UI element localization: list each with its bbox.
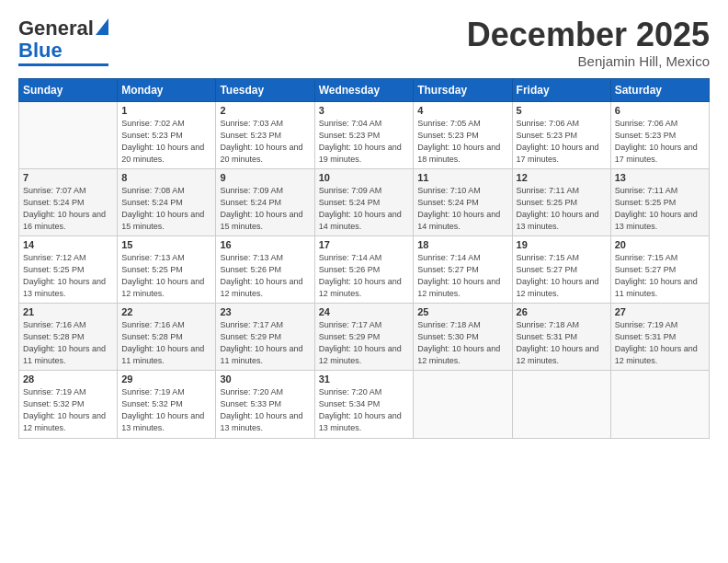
calendar-cell: 27Sunrise: 7:19 AMSunset: 5:31 PMDayligh… [610,304,709,371]
calendar-week-row: 21Sunrise: 7:16 AMSunset: 5:28 PMDayligh… [19,304,710,371]
calendar-header-row: SundayMondayTuesdayWednesdayThursdayFrid… [19,78,710,101]
day-info: Sunrise: 7:19 AMSunset: 5:31 PMDaylight:… [615,319,705,367]
calendar-header-sunday: Sunday [19,78,118,101]
day-number: 2 [220,105,310,116]
calendar: SundayMondayTuesdayWednesdayThursdayFrid… [18,78,710,439]
calendar-cell: 10Sunrise: 7:09 AMSunset: 5:24 PMDayligh… [314,168,414,236]
logo: General Blue [18,17,108,66]
day-info: Sunrise: 7:19 AMSunset: 5:32 PMDaylight:… [23,386,113,434]
day-number: 18 [417,239,507,250]
calendar-cell: 7Sunrise: 7:07 AMSunset: 5:24 PMDaylight… [19,168,118,236]
day-number: 11 [417,172,507,183]
calendar-week-row: 7Sunrise: 7:07 AMSunset: 5:24 PMDaylight… [19,168,710,236]
calendar-cell: 2Sunrise: 7:03 AMSunset: 5:23 PMDaylight… [216,101,314,168]
calendar-cell: 29Sunrise: 7:19 AMSunset: 5:32 PMDayligh… [118,371,216,438]
day-number: 10 [319,172,410,183]
calendar-week-row: 14Sunrise: 7:12 AMSunset: 5:25 PMDayligh… [19,236,710,303]
day-number: 30 [220,373,310,385]
day-info: Sunrise: 7:08 AMSunset: 5:24 PMDaylight:… [121,185,211,233]
calendar-cell [19,101,118,168]
calendar-cell [414,371,512,438]
logo-triangle-icon [96,18,108,39]
day-info: Sunrise: 7:12 AMSunset: 5:25 PMDaylight:… [23,252,113,300]
calendar-cell: 9Sunrise: 7:09 AMSunset: 5:24 PMDaylight… [216,168,314,236]
day-info: Sunrise: 7:04 AMSunset: 5:23 PMDaylight:… [319,118,410,166]
day-number: 5 [517,105,607,116]
calendar-cell: 17Sunrise: 7:14 AMSunset: 5:26 PMDayligh… [314,236,414,303]
calendar-cell: 18Sunrise: 7:14 AMSunset: 5:27 PMDayligh… [414,236,512,303]
day-number: 9 [220,172,310,183]
day-number: 25 [417,306,507,317]
day-number: 1 [121,105,211,116]
calendar-header-tuesday: Tuesday [216,78,314,101]
calendar-cell: 23Sunrise: 7:17 AMSunset: 5:29 PMDayligh… [216,304,314,371]
calendar-cell: 21Sunrise: 7:16 AMSunset: 5:28 PMDayligh… [19,304,118,371]
day-number: 26 [517,306,607,317]
month-title: December 2025 [467,17,710,53]
day-info: Sunrise: 7:02 AMSunset: 5:23 PMDaylight:… [121,118,211,166]
day-number: 22 [121,306,211,317]
day-number: 15 [121,239,211,250]
day-number: 16 [220,239,310,250]
day-number: 3 [319,105,410,116]
calendar-cell: 6Sunrise: 7:06 AMSunset: 5:23 PMDaylight… [610,101,709,168]
day-number: 12 [517,172,607,183]
calendar-cell: 19Sunrise: 7:15 AMSunset: 5:27 PMDayligh… [512,236,610,303]
day-info: Sunrise: 7:18 AMSunset: 5:30 PMDaylight:… [417,319,507,367]
day-info: Sunrise: 7:06 AMSunset: 5:23 PMDaylight:… [517,118,607,166]
day-number: 21 [23,306,113,317]
day-number: 19 [517,239,607,250]
day-number: 31 [319,373,410,385]
day-info: Sunrise: 7:03 AMSunset: 5:23 PMDaylight:… [220,118,310,166]
logo-underline [18,63,108,66]
day-number: 29 [121,373,211,385]
day-number: 13 [615,172,705,183]
calendar-cell: 16Sunrise: 7:13 AMSunset: 5:26 PMDayligh… [216,236,314,303]
calendar-cell: 28Sunrise: 7:19 AMSunset: 5:32 PMDayligh… [19,371,118,438]
day-number: 4 [417,105,507,116]
calendar-header-friday: Friday [512,78,610,101]
day-info: Sunrise: 7:20 AMSunset: 5:34 PMDaylight:… [319,386,410,434]
logo-general: General [18,17,94,40]
calendar-cell: 13Sunrise: 7:11 AMSunset: 5:25 PMDayligh… [610,168,709,236]
day-number: 20 [615,239,705,250]
calendar-cell: 30Sunrise: 7:20 AMSunset: 5:33 PMDayligh… [216,371,314,438]
day-info: Sunrise: 7:11 AMSunset: 5:25 PMDaylight:… [517,185,607,233]
calendar-cell: 4Sunrise: 7:05 AMSunset: 5:23 PMDaylight… [414,101,512,168]
calendar-cell: 25Sunrise: 7:18 AMSunset: 5:30 PMDayligh… [414,304,512,371]
calendar-week-row: 28Sunrise: 7:19 AMSunset: 5:32 PMDayligh… [19,371,710,438]
calendar-header-monday: Monday [118,78,216,101]
day-info: Sunrise: 7:16 AMSunset: 5:28 PMDaylight:… [121,319,211,367]
day-number: 6 [615,105,705,116]
day-info: Sunrise: 7:06 AMSunset: 5:23 PMDaylight:… [615,118,705,166]
day-info: Sunrise: 7:15 AMSunset: 5:27 PMDaylight:… [615,252,705,300]
day-number: 17 [319,239,410,250]
day-info: Sunrise: 7:07 AMSunset: 5:24 PMDaylight:… [23,185,113,233]
logo-blue: Blue [18,39,63,63]
day-number: 7 [23,172,113,183]
calendar-week-row: 1Sunrise: 7:02 AMSunset: 5:23 PMDaylight… [19,101,710,168]
day-info: Sunrise: 7:16 AMSunset: 5:28 PMDaylight:… [23,319,113,367]
day-info: Sunrise: 7:18 AMSunset: 5:31 PMDaylight:… [517,319,607,367]
calendar-cell: 3Sunrise: 7:04 AMSunset: 5:23 PMDaylight… [314,101,414,168]
day-number: 28 [23,373,113,385]
calendar-cell: 20Sunrise: 7:15 AMSunset: 5:27 PMDayligh… [610,236,709,303]
calendar-cell [512,371,610,438]
day-number: 14 [23,239,113,250]
day-info: Sunrise: 7:13 AMSunset: 5:26 PMDaylight:… [220,252,310,300]
calendar-header-saturday: Saturday [610,78,709,101]
calendar-cell: 24Sunrise: 7:17 AMSunset: 5:29 PMDayligh… [314,304,414,371]
calendar-cell: 14Sunrise: 7:12 AMSunset: 5:25 PMDayligh… [19,236,118,303]
calendar-header-thursday: Thursday [414,78,512,101]
day-info: Sunrise: 7:20 AMSunset: 5:33 PMDaylight:… [220,386,310,434]
day-info: Sunrise: 7:09 AMSunset: 5:24 PMDaylight:… [220,185,310,233]
day-info: Sunrise: 7:11 AMSunset: 5:25 PMDaylight:… [615,185,705,233]
calendar-header-wednesday: Wednesday [314,78,414,101]
calendar-cell: 11Sunrise: 7:10 AMSunset: 5:24 PMDayligh… [414,168,512,236]
page: General Blue December 2025 Benjamin Hill… [0,0,728,563]
calendar-cell: 12Sunrise: 7:11 AMSunset: 5:25 PMDayligh… [512,168,610,236]
calendar-body: 1Sunrise: 7:02 AMSunset: 5:23 PMDaylight… [19,101,710,438]
day-info: Sunrise: 7:17 AMSunset: 5:29 PMDaylight:… [319,319,410,367]
header: General Blue December 2025 Benjamin Hill… [18,17,710,69]
day-info: Sunrise: 7:13 AMSunset: 5:25 PMDaylight:… [121,252,211,300]
